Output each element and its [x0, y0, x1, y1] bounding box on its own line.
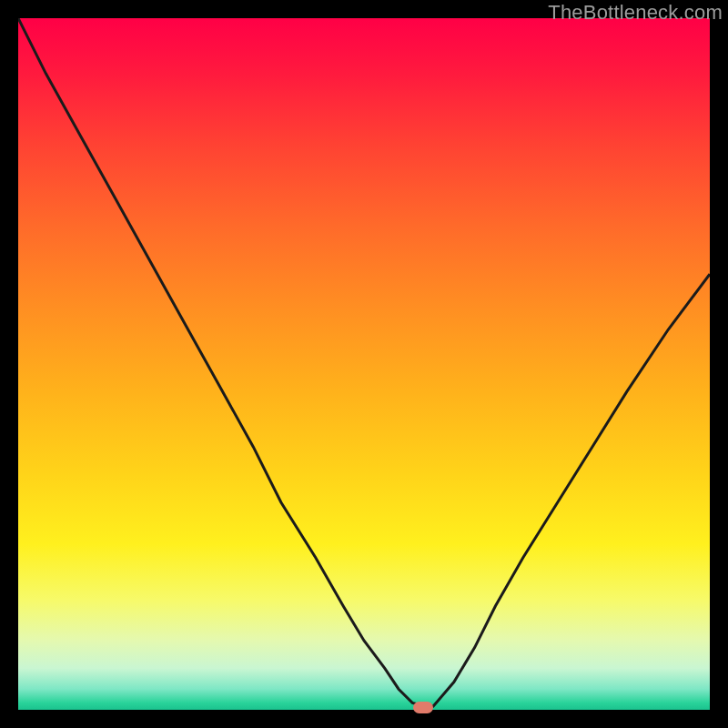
minimum-marker: [413, 702, 433, 713]
plot-area: [18, 18, 710, 710]
watermark-text: TheBottleneck.com: [548, 1, 723, 25]
chart-frame: TheBottleneck.com: [0, 0, 728, 728]
bottleneck-curve: [18, 18, 710, 710]
curve-path: [18, 18, 710, 706]
